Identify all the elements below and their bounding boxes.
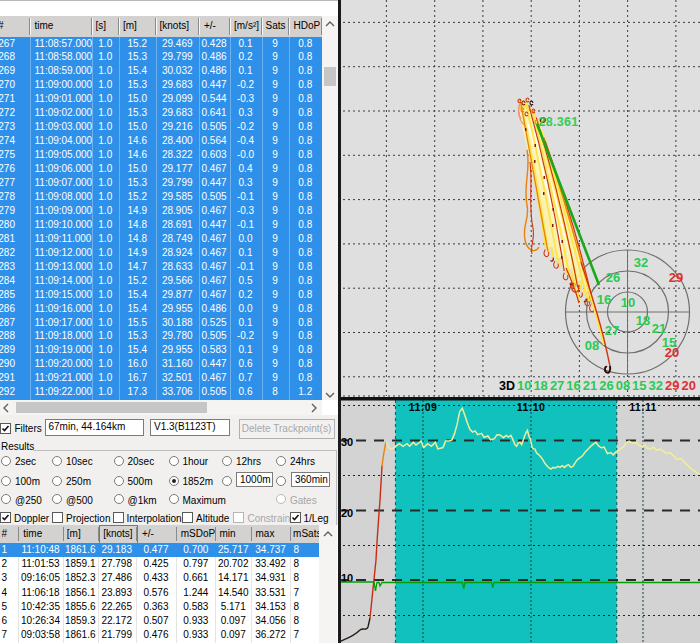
svg-text:16: 16 xyxy=(597,292,611,307)
svg-text:16: 16 xyxy=(566,378,580,393)
svg-text:3D: 3D xyxy=(499,379,515,393)
svg-text:30: 30 xyxy=(341,436,353,448)
svg-text:21: 21 xyxy=(583,378,597,393)
svg-text:11:09: 11:09 xyxy=(409,401,437,413)
svg-text:26: 26 xyxy=(606,270,620,285)
svg-text:29: 29 xyxy=(669,270,683,285)
svg-text:29: 29 xyxy=(665,378,679,393)
svg-text:08: 08 xyxy=(585,338,599,353)
svg-text:28.361: 28.361 xyxy=(539,115,579,129)
svg-text:10: 10 xyxy=(517,378,531,393)
svg-text:32: 32 xyxy=(634,255,648,270)
svg-text:11:11: 11:11 xyxy=(629,401,657,413)
svg-text:20: 20 xyxy=(665,345,679,360)
svg-text:27: 27 xyxy=(550,378,564,393)
svg-text:32: 32 xyxy=(649,378,663,393)
svg-text:20: 20 xyxy=(682,378,696,393)
svg-text:27: 27 xyxy=(605,323,619,338)
svg-text:08: 08 xyxy=(616,378,630,393)
svg-text:20: 20 xyxy=(341,507,353,519)
svg-text:26: 26 xyxy=(599,378,613,393)
svg-text:11:10: 11:10 xyxy=(517,401,545,413)
svg-text:18: 18 xyxy=(636,313,650,328)
svg-text:21: 21 xyxy=(652,321,666,336)
svg-text:15: 15 xyxy=(632,378,646,393)
svg-text:10: 10 xyxy=(621,295,635,310)
svg-text:18: 18 xyxy=(533,378,547,393)
